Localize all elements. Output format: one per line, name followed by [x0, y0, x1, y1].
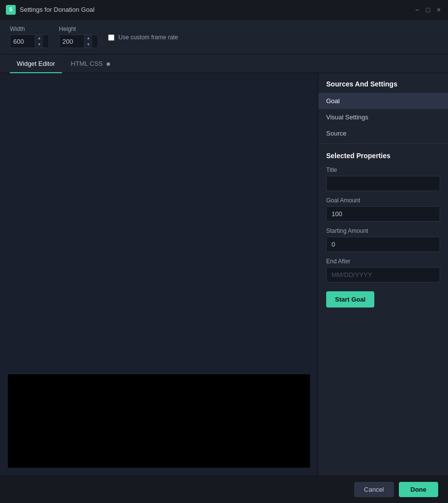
height-spinbox-buttons: ▲ ▼ — [84, 35, 92, 48]
cancel-button[interactable]: Cancel — [354, 482, 393, 497]
height-decrement-button[interactable]: ▼ — [84, 41, 92, 48]
width-increment-button[interactable]: ▲ — [35, 35, 43, 41]
width-decrement-button[interactable]: ▼ — [35, 41, 43, 48]
starting-amount-input[interactable] — [326, 237, 440, 252]
height-field-group: Height ▲ ▼ — [59, 26, 98, 48]
tab-widget-editor[interactable]: Widget Editor — [10, 55, 62, 73]
goal-amount-input[interactable] — [326, 206, 440, 222]
custom-frame-checkbox[interactable] — [108, 34, 114, 41]
done-button[interactable]: Done — [399, 482, 439, 497]
goal-amount-field: Goal Amount — [318, 194, 448, 224]
selected-properties-title: Selected Properties — [318, 146, 448, 164]
end-after-input[interactable] — [326, 267, 440, 282]
main-content: Sources And Settings Goal Visual Setting… — [0, 73, 448, 475]
sidebar-divider — [318, 143, 448, 144]
maximize-button[interactable]: □ — [424, 6, 431, 13]
preview-canvas-black — [8, 374, 310, 468]
close-button[interactable]: × — [435, 6, 442, 13]
custom-frame-group: Use custom frame rate — [108, 33, 178, 42]
width-spinbox-buttons: ▲ ▼ — [35, 35, 43, 48]
sources-and-settings-title: Sources And Settings — [318, 73, 448, 93]
custom-frame-label: Use custom frame rate — [118, 33, 178, 42]
height-label: Height — [59, 26, 98, 32]
goal-amount-label: Goal Amount — [326, 197, 440, 204]
width-input[interactable] — [10, 38, 35, 45]
width-label: Width — [10, 26, 49, 32]
start-goal-button[interactable]: Start Goal — [326, 291, 374, 307]
title-field-label: Title — [326, 167, 440, 173]
preview-area — [0, 73, 318, 475]
end-after-label: End After — [326, 258, 440, 265]
title-field: Title — [318, 164, 448, 194]
minimize-button[interactable]: − — [414, 6, 420, 13]
tab-dot-indicator — [107, 62, 110, 66]
window-title: Settings for Donation Goal — [20, 6, 94, 13]
sidebar-item-visual-settings[interactable]: Visual Settings — [318, 109, 448, 125]
window-controls: − □ × — [414, 6, 442, 13]
sidebar-item-source[interactable]: Source — [318, 125, 448, 141]
title-input[interactable] — [326, 176, 440, 191]
height-spinbox[interactable]: ▲ ▼ — [59, 34, 98, 48]
width-spinbox[interactable]: ▲ ▼ — [10, 34, 49, 48]
sidebar: Sources And Settings Goal Visual Setting… — [318, 73, 448, 475]
top-controls: Width ▲ ▼ Height ▲ ▼ — [0, 20, 448, 55]
width-field-group: Width ▲ ▼ — [10, 26, 49, 48]
title-bar: S Settings for Donation Goal − □ × — [0, 0, 448, 20]
tabs-bar: Widget Editor HTML CSS — [0, 55, 448, 73]
app-icon: S — [6, 5, 16, 15]
end-after-field: End After — [318, 255, 448, 285]
starting-amount-label: Starting Amount — [326, 227, 440, 234]
tab-html-css[interactable]: HTML CSS — [64, 55, 117, 73]
preview-canvas-top — [8, 81, 310, 374]
height-increment-button[interactable]: ▲ — [84, 35, 92, 41]
bottom-bar: Cancel Done — [0, 475, 448, 503]
height-input[interactable] — [59, 38, 84, 45]
starting-amount-field: Starting Amount — [318, 224, 448, 255]
sidebar-item-goal[interactable]: Goal — [318, 93, 448, 109]
